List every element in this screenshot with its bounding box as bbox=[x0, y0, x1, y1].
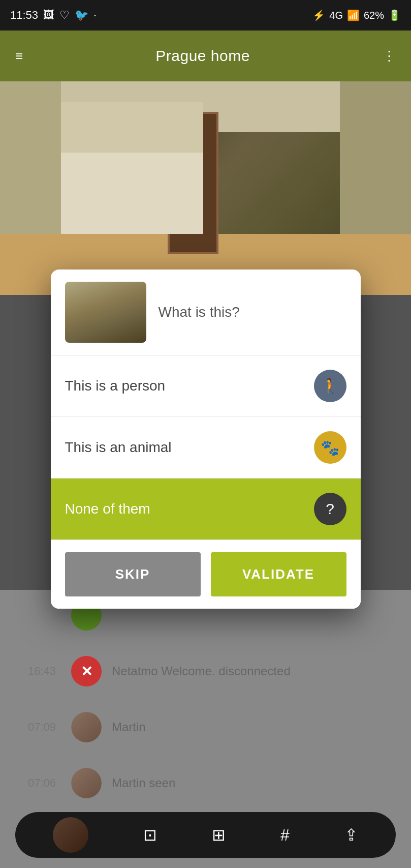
walking-person-icon: 🚶 bbox=[321, 377, 339, 395]
option-none-label: None of them bbox=[65, 501, 150, 517]
skip-button[interactable]: SKIP bbox=[65, 552, 201, 596]
signal-bars-icon: 📶 bbox=[347, 9, 360, 21]
modal-overlay: What is this? This is a person 🚶 This is… bbox=[0, 31, 411, 868]
none-icon-circle: ? bbox=[314, 493, 346, 525]
option-none[interactable]: None of them ? bbox=[51, 478, 361, 540]
modal-buttons: SKIP VALIDATE bbox=[51, 540, 361, 609]
dot-icon: · bbox=[93, 9, 97, 22]
heart-icon: ♡ bbox=[59, 9, 70, 22]
animal-icon-circle: 🐾 bbox=[314, 431, 346, 464]
modal-question-text: What is this? bbox=[159, 304, 240, 320]
modal-header: What is this? bbox=[51, 270, 361, 355]
validate-button[interactable]: VALIDATE bbox=[211, 552, 346, 596]
option-person-label: This is a person bbox=[65, 378, 166, 394]
photo-icon: 🖼 bbox=[43, 9, 54, 22]
battery-label: 62% bbox=[364, 10, 384, 21]
option-animal-label: This is an animal bbox=[65, 439, 172, 456]
person-icon-circle: 🚶 bbox=[314, 370, 346, 402]
status-bar-left: 11:53 🖼 ♡ 🐦 · bbox=[10, 9, 97, 22]
bluetooth-icon: ⚡ bbox=[312, 9, 325, 21]
question-mark-icon: ? bbox=[326, 500, 334, 518]
modal-thumbnail bbox=[65, 282, 146, 343]
status-bar-right: ⚡ 4G 📶 62% 🔋 bbox=[312, 9, 401, 21]
dialog: What is this? This is a person 🚶 This is… bbox=[51, 270, 361, 609]
twitter-icon: 🐦 bbox=[75, 9, 88, 22]
option-animal[interactable]: This is an animal 🐾 bbox=[51, 417, 361, 478]
paw-icon: 🐾 bbox=[321, 439, 339, 457]
option-person[interactable]: This is a person 🚶 bbox=[51, 355, 361, 417]
battery-icon: 🔋 bbox=[388, 9, 401, 21]
status-time: 11:53 bbox=[10, 9, 38, 22]
status-bar: 11:53 🖼 ♡ 🐦 · ⚡ 4G 📶 62% 🔋 bbox=[0, 0, 411, 31]
signal-label: 4G bbox=[329, 10, 343, 21]
